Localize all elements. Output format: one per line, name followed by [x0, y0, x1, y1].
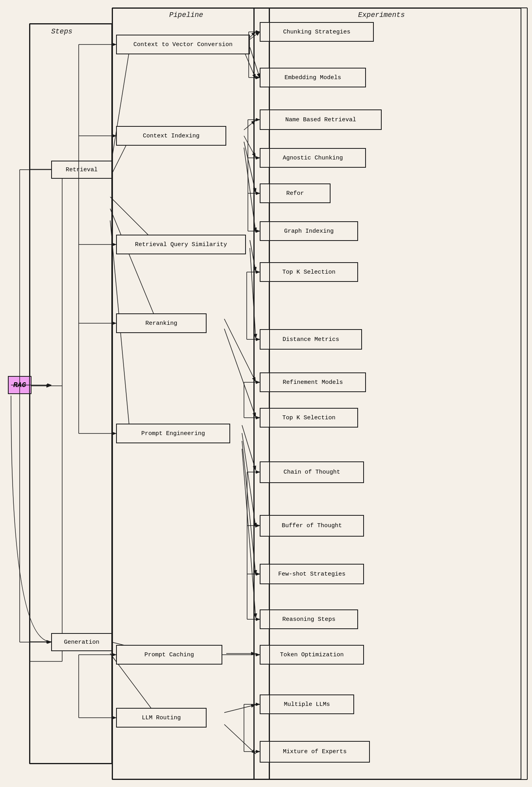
- steps-label: Steps: [51, 28, 72, 35]
- reranking-node: Reranking: [116, 313, 207, 333]
- context-to-vector-node: Context to Vector Conversion: [116, 35, 250, 54]
- name-based-retrieval-node: Name Based Retrieval: [260, 109, 382, 130]
- distance-metrics-node: Distance Metrics: [260, 329, 362, 350]
- buffer-of-thought-node: Buffer of Thought: [260, 515, 364, 537]
- agnostic-chunking-node: Agnostic Chunking: [260, 148, 366, 168]
- experiments-label: Experiments: [358, 11, 405, 19]
- prompt-engineering-node: Prompt Engineering: [116, 424, 230, 443]
- generation-node: Generation: [51, 633, 112, 651]
- retrieval-node: Retrieval: [51, 161, 112, 179]
- prompt-caching-node: Prompt Caching: [116, 645, 222, 665]
- token-optimization-node: Token Optimization: [260, 645, 364, 665]
- embedding-models-node: Embedding Models: [260, 68, 366, 87]
- refinement-models-node: Refinement Models: [260, 372, 366, 392]
- llm-routing-node: LLM Routing: [116, 708, 207, 728]
- chain-of-thought-node: Chain of Thought: [260, 461, 364, 483]
- multiple-llms-node: Multiple LLMs: [260, 694, 354, 714]
- mixture-of-experts-node: Mixture of Experts: [260, 741, 370, 763]
- retrieval-query-node: Retrieval Query Similarity: [116, 235, 246, 254]
- context-indexing-node: Context Indexing: [116, 126, 226, 146]
- top-k-selection-1-node: Top K Selection: [260, 262, 358, 282]
- diagram-container: Steps Pipeline Experiments RAG Retrieval…: [0, 0, 532, 787]
- rag-node: RAG: [8, 376, 31, 394]
- reasoning-steps-node: Reasoning Steps: [260, 609, 358, 629]
- top-k-selection-2-node: Top K Selection: [260, 408, 358, 428]
- refor-node: Refor: [260, 183, 331, 203]
- pipeline-label: Pipeline: [169, 11, 203, 19]
- chunking-strategies-node: Chunking Strategies: [260, 22, 374, 42]
- few-shot-strategies-node: Few-shot Strategies: [260, 564, 364, 584]
- steps-section: [30, 24, 112, 764]
- graph-indexing-node: Graph Indexing: [260, 221, 358, 241]
